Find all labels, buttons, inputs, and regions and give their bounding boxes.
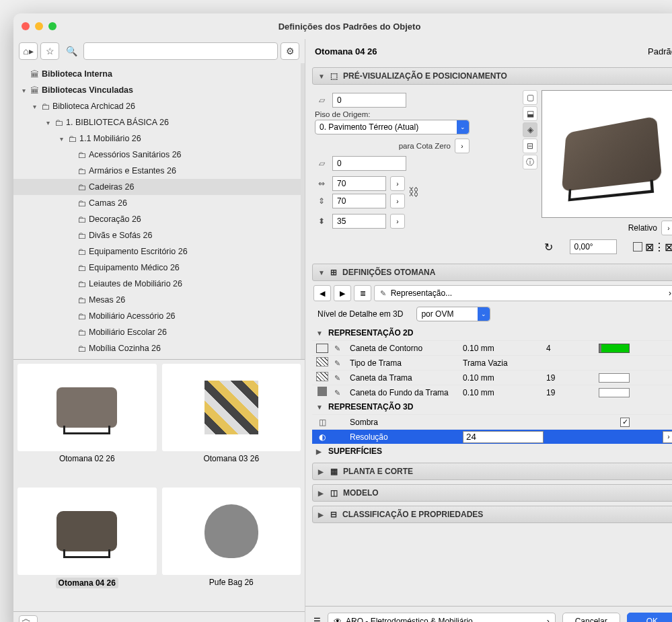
resolution-chevron[interactable]: › (663, 431, 672, 443)
tree-linked-libs[interactable]: ▾🏛Bibliotecas Vinculadas (13, 82, 301, 98)
thumbnail-item-selected[interactable]: Otomana 04 26 (17, 488, 157, 607)
left-footer: 🏛▸ (13, 611, 305, 622)
dimy-chevron[interactable]: › (390, 194, 405, 208)
mirror-checkbox[interactable] (633, 242, 642, 251)
ground-icon: ▱ (315, 159, 328, 168)
tree-item[interactable]: 🗀Mobiliário Escolar 26 (13, 324, 301, 340)
layer-select[interactable]: 👁ARQ - Eletrodoméstico & Mobiliário › (328, 613, 556, 623)
preview-elev-button[interactable]: ⬓ (523, 106, 537, 121)
dimx-input[interactable] (332, 176, 386, 191)
object-name: Otomana 04 26 (315, 46, 377, 56)
cancel-button[interactable]: Cancelar (562, 613, 620, 623)
link-icon[interactable]: ⛓ (408, 179, 420, 206)
representation-select[interactable]: Representação... › (374, 285, 672, 301)
pen-icon (331, 358, 343, 368)
section-class[interactable]: ▶⊟ CLASSIFICAÇÃO E PROPRIEDADES (312, 506, 672, 523)
nav-next-button[interactable]: ▶ (334, 285, 351, 301)
model-icon: ◫ (330, 488, 338, 498)
search-icon[interactable]: 🔍 (62, 42, 81, 60)
library-view-button[interactable]: ⌂▸ (19, 42, 38, 60)
story-select[interactable]: 0. Pavimento Térreo (Atual) ⌄ (315, 120, 470, 134)
params-icon: ⊞ (330, 268, 337, 277)
preview-2d-button[interactable]: ▢ (523, 90, 537, 105)
color-swatch[interactable] (599, 344, 630, 353)
section-preview[interactable]: ▼⬚ PRÉ-VISUALIZAÇÃO E POSICIONAMENTO (312, 67, 672, 85)
dimy-input[interactable] (332, 194, 386, 208)
library-tree[interactable]: 🏛Biblioteca Interna ▾🏛Bibliotecas Vincul… (13, 63, 305, 359)
tree-item-selected[interactable]: 🗀Cadeiras 26 (13, 179, 301, 195)
tree-basic-lib[interactable]: ▾🗀1. BIBLIOTECA BÁSICA 26 (13, 114, 301, 130)
relative-label: Relativo (628, 223, 657, 233)
favorites-button[interactable]: ☆ (40, 42, 59, 60)
dimx-chevron[interactable]: › (390, 176, 405, 191)
tree-item[interactable]: 🗀Armários e Estantes 26 (13, 163, 301, 179)
shadow-checkbox[interactable]: ✓ (620, 418, 630, 427)
param-row[interactable]: Caneta do Fundo da Trama 0.10 mm 19 (312, 385, 672, 399)
param-row-shadow[interactable]: ◫ Sombra ✓ (312, 414, 672, 429)
section-modelo[interactable]: ▶◫ MODELO (312, 484, 672, 502)
nav-prev-button[interactable]: ◀ (313, 285, 331, 301)
tree-item[interactable]: 🗀Leiautes de Mobiliário 26 (13, 276, 301, 292)
preview-3d-button[interactable]: ◈ (523, 122, 537, 137)
search-input[interactable] (83, 42, 278, 60)
resolution-input[interactable] (463, 431, 544, 443)
section-planta[interactable]: ▶▦ PLANTA E CORTE (312, 463, 672, 480)
plan-icon: ▦ (330, 467, 338, 476)
tree-item[interactable]: 🗀Mesas 26 (13, 292, 301, 308)
zoom-icon[interactable] (48, 22, 57, 30)
tree-item[interactable]: 🗀Equipamento Médico 26 (13, 260, 301, 276)
dialog-footer: ☰ 👁ARQ - Eletrodoméstico & Mobiliário › … (305, 606, 672, 622)
param-row[interactable]: Caneta de Contorno 0.10 mm 4 (312, 340, 672, 355)
pen-icon (331, 373, 343, 383)
dimz-input[interactable] (332, 214, 386, 229)
tree-item[interactable]: 🗀Camas 26 (13, 195, 301, 211)
nav-list-button[interactable]: ≣ (354, 285, 371, 301)
tree-item[interactable]: 🗀Decoração 26 (13, 211, 301, 227)
param-row[interactable]: Tipo de Trama Trama Vazia (312, 355, 672, 370)
mirror-icon: ⊠⋮⊠ (645, 241, 672, 254)
tree-item[interactable]: 🗀Mobiliário Acessório 26 (13, 308, 301, 324)
tree-item[interactable]: 🗀Divãs e Sofás 26 (13, 227, 301, 243)
elevation-input[interactable] (332, 93, 406, 108)
tree-archicad-lib[interactable]: ▾🗀Biblioteca Archicad 26 (13, 98, 301, 114)
ground-elev-input[interactable] (332, 156, 406, 171)
tree-item[interactable]: 🗀Equipamento Escritório 26 (13, 243, 301, 260)
group-surfaces[interactable]: ▶SUPERFÍCIES (312, 444, 672, 459)
elevation-icon: ▱ (315, 95, 328, 105)
group-3d[interactable]: ▼REPRESENTAÇÃO 3D (312, 399, 672, 414)
cota-label: para Cota Zero (399, 142, 451, 150)
tree-furniture[interactable]: ▾🗀1.1 Mobiliário 26 (13, 130, 301, 147)
color-swatch[interactable] (599, 388, 630, 397)
param-row[interactable]: Caneta da Trama 0.10 mm 19 (312, 370, 672, 385)
thumbnail-item[interactable]: Otomana 02 26 (17, 364, 157, 482)
minimize-icon[interactable] (35, 22, 43, 30)
relative-chevron[interactable]: › (661, 221, 672, 235)
library-toolbar: ⌂▸ ☆ 🔍 ⚙ (13, 39, 305, 63)
window-controls (22, 22, 57, 30)
library-manager-button[interactable]: 🏛▸ (19, 615, 38, 623)
rotate-icon: ↻ (544, 241, 553, 254)
dimz-chevron[interactable]: › (390, 214, 405, 229)
settings-button[interactable]: ⚙ (281, 42, 299, 60)
eye-icon: 👁 (334, 617, 342, 623)
pen-icon (331, 344, 343, 353)
param-row-resolution[interactable]: ◐ Resolução › (312, 429, 672, 444)
preview-section-button[interactable]: ⊟ (523, 139, 537, 153)
thumbnail-item[interactable]: Otomana 03 26 (162, 364, 301, 482)
color-swatch[interactable] (599, 373, 630, 383)
library-panel: ⌂▸ ☆ 🔍 ⚙ 🏛Biblioteca Interna ▾🏛Bibliotec… (13, 39, 305, 622)
tree-internal-lib[interactable]: 🏛Biblioteca Interna (13, 66, 301, 82)
tree-item[interactable]: 🗀Acessórios Sanitários 26 (13, 147, 301, 163)
tree-item[interactable]: 🗀Mobília Cozinha 26 (13, 340, 301, 356)
angle-input[interactable] (570, 239, 617, 254)
group-2d[interactable]: ▼REPRESENTAÇÃO 2D (312, 325, 672, 340)
cota-chevron[interactable]: › (455, 139, 470, 153)
ok-button[interactable]: OK (627, 613, 672, 623)
close-icon[interactable] (22, 22, 30, 30)
section-defs[interactable]: ▼⊞ DEFINIÇÕES OTOMANA (312, 264, 672, 281)
pen-icon (380, 288, 386, 298)
hatch-icon (316, 357, 328, 366)
lod-select[interactable]: por OVM⌄ (416, 307, 490, 321)
thumbnail-item[interactable]: Pufe Bag 26 (162, 488, 301, 607)
preview-info-button[interactable]: ⓘ (523, 155, 537, 169)
